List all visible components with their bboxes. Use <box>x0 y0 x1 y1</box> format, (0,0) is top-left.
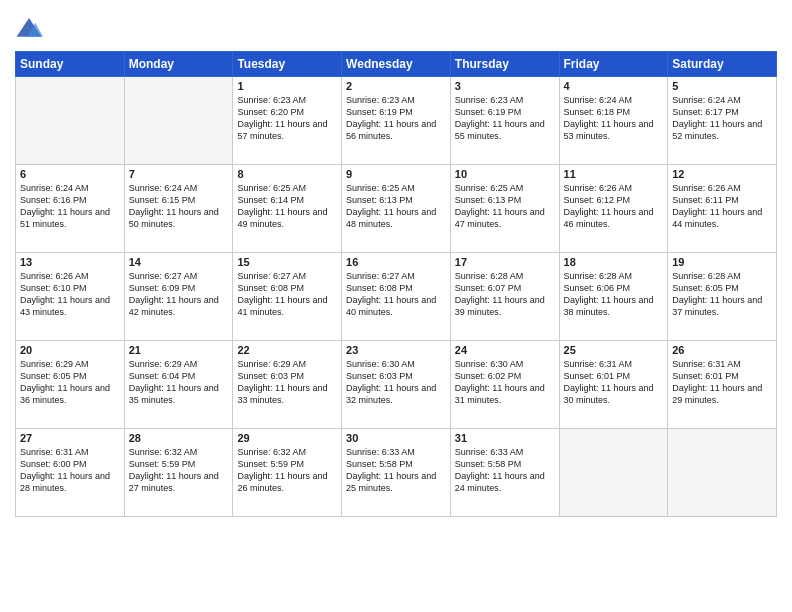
calendar-cell: 25Sunrise: 6:31 AM Sunset: 6:01 PM Dayli… <box>559 341 668 429</box>
day-number: 15 <box>237 256 337 268</box>
calendar-cell: 12Sunrise: 6:26 AM Sunset: 6:11 PM Dayli… <box>668 165 777 253</box>
cell-info: Sunrise: 6:32 AM Sunset: 5:59 PM Dayligh… <box>237 446 337 495</box>
calendar-cell: 30Sunrise: 6:33 AM Sunset: 5:58 PM Dayli… <box>342 429 451 517</box>
calendar-cell: 19Sunrise: 6:28 AM Sunset: 6:05 PM Dayli… <box>668 253 777 341</box>
calendar-cell: 9Sunrise: 6:25 AM Sunset: 6:13 PM Daylig… <box>342 165 451 253</box>
day-number: 9 <box>346 168 446 180</box>
calendar-cell <box>668 429 777 517</box>
calendar-cell: 11Sunrise: 6:26 AM Sunset: 6:12 PM Dayli… <box>559 165 668 253</box>
calendar-cell: 14Sunrise: 6:27 AM Sunset: 6:09 PM Dayli… <box>124 253 233 341</box>
day-number: 18 <box>564 256 664 268</box>
cell-info: Sunrise: 6:23 AM Sunset: 6:19 PM Dayligh… <box>455 94 555 143</box>
calendar-cell: 13Sunrise: 6:26 AM Sunset: 6:10 PM Dayli… <box>16 253 125 341</box>
cell-info: Sunrise: 6:24 AM Sunset: 6:17 PM Dayligh… <box>672 94 772 143</box>
weekday-header: Friday <box>559 52 668 77</box>
day-number: 13 <box>20 256 120 268</box>
calendar-cell: 29Sunrise: 6:32 AM Sunset: 5:59 PM Dayli… <box>233 429 342 517</box>
cell-info: Sunrise: 6:28 AM Sunset: 6:07 PM Dayligh… <box>455 270 555 319</box>
calendar-week-row: 13Sunrise: 6:26 AM Sunset: 6:10 PM Dayli… <box>16 253 777 341</box>
calendar-cell: 4Sunrise: 6:24 AM Sunset: 6:18 PM Daylig… <box>559 77 668 165</box>
logo <box>15 15 47 43</box>
cell-info: Sunrise: 6:25 AM Sunset: 6:14 PM Dayligh… <box>237 182 337 231</box>
calendar-cell: 28Sunrise: 6:32 AM Sunset: 5:59 PM Dayli… <box>124 429 233 517</box>
calendar-cell: 21Sunrise: 6:29 AM Sunset: 6:04 PM Dayli… <box>124 341 233 429</box>
calendar-cell: 27Sunrise: 6:31 AM Sunset: 6:00 PM Dayli… <box>16 429 125 517</box>
calendar-cell <box>124 77 233 165</box>
day-number: 2 <box>346 80 446 92</box>
calendar-cell: 5Sunrise: 6:24 AM Sunset: 6:17 PM Daylig… <box>668 77 777 165</box>
day-number: 31 <box>455 432 555 444</box>
day-number: 12 <box>672 168 772 180</box>
cell-info: Sunrise: 6:28 AM Sunset: 6:06 PM Dayligh… <box>564 270 664 319</box>
cell-info: Sunrise: 6:24 AM Sunset: 6:15 PM Dayligh… <box>129 182 229 231</box>
day-number: 20 <box>20 344 120 356</box>
cell-info: Sunrise: 6:24 AM Sunset: 6:16 PM Dayligh… <box>20 182 120 231</box>
day-number: 6 <box>20 168 120 180</box>
calendar-cell: 2Sunrise: 6:23 AM Sunset: 6:19 PM Daylig… <box>342 77 451 165</box>
cell-info: Sunrise: 6:23 AM Sunset: 6:20 PM Dayligh… <box>237 94 337 143</box>
day-number: 14 <box>129 256 229 268</box>
day-number: 30 <box>346 432 446 444</box>
cell-info: Sunrise: 6:31 AM Sunset: 6:00 PM Dayligh… <box>20 446 120 495</box>
cell-info: Sunrise: 6:24 AM Sunset: 6:18 PM Dayligh… <box>564 94 664 143</box>
cell-info: Sunrise: 6:25 AM Sunset: 6:13 PM Dayligh… <box>346 182 446 231</box>
page: SundayMondayTuesdayWednesdayThursdayFrid… <box>0 0 792 612</box>
day-number: 4 <box>564 80 664 92</box>
weekday-header: Sunday <box>16 52 125 77</box>
calendar-cell: 22Sunrise: 6:29 AM Sunset: 6:03 PM Dayli… <box>233 341 342 429</box>
day-number: 19 <box>672 256 772 268</box>
day-number: 21 <box>129 344 229 356</box>
calendar: SundayMondayTuesdayWednesdayThursdayFrid… <box>15 51 777 517</box>
day-number: 5 <box>672 80 772 92</box>
cell-info: Sunrise: 6:27 AM Sunset: 6:08 PM Dayligh… <box>346 270 446 319</box>
calendar-cell <box>16 77 125 165</box>
calendar-cell: 7Sunrise: 6:24 AM Sunset: 6:15 PM Daylig… <box>124 165 233 253</box>
calendar-cell: 31Sunrise: 6:33 AM Sunset: 5:58 PM Dayli… <box>450 429 559 517</box>
cell-info: Sunrise: 6:30 AM Sunset: 6:02 PM Dayligh… <box>455 358 555 407</box>
calendar-cell: 18Sunrise: 6:28 AM Sunset: 6:06 PM Dayli… <box>559 253 668 341</box>
calendar-cell: 1Sunrise: 6:23 AM Sunset: 6:20 PM Daylig… <box>233 77 342 165</box>
calendar-cell: 10Sunrise: 6:25 AM Sunset: 6:13 PM Dayli… <box>450 165 559 253</box>
cell-info: Sunrise: 6:27 AM Sunset: 6:08 PM Dayligh… <box>237 270 337 319</box>
weekday-header: Tuesday <box>233 52 342 77</box>
calendar-week-row: 1Sunrise: 6:23 AM Sunset: 6:20 PM Daylig… <box>16 77 777 165</box>
calendar-cell: 26Sunrise: 6:31 AM Sunset: 6:01 PM Dayli… <box>668 341 777 429</box>
cell-info: Sunrise: 6:28 AM Sunset: 6:05 PM Dayligh… <box>672 270 772 319</box>
cell-info: Sunrise: 6:29 AM Sunset: 6:04 PM Dayligh… <box>129 358 229 407</box>
cell-info: Sunrise: 6:26 AM Sunset: 6:12 PM Dayligh… <box>564 182 664 231</box>
cell-info: Sunrise: 6:31 AM Sunset: 6:01 PM Dayligh… <box>672 358 772 407</box>
weekday-header: Saturday <box>668 52 777 77</box>
header <box>15 10 777 43</box>
day-number: 8 <box>237 168 337 180</box>
calendar-header-row: SundayMondayTuesdayWednesdayThursdayFrid… <box>16 52 777 77</box>
calendar-week-row: 27Sunrise: 6:31 AM Sunset: 6:00 PM Dayli… <box>16 429 777 517</box>
calendar-cell: 24Sunrise: 6:30 AM Sunset: 6:02 PM Dayli… <box>450 341 559 429</box>
day-number: 11 <box>564 168 664 180</box>
day-number: 10 <box>455 168 555 180</box>
cell-info: Sunrise: 6:26 AM Sunset: 6:11 PM Dayligh… <box>672 182 772 231</box>
calendar-cell: 15Sunrise: 6:27 AM Sunset: 6:08 PM Dayli… <box>233 253 342 341</box>
calendar-cell: 20Sunrise: 6:29 AM Sunset: 6:05 PM Dayli… <box>16 341 125 429</box>
day-number: 17 <box>455 256 555 268</box>
weekday-header: Monday <box>124 52 233 77</box>
day-number: 1 <box>237 80 337 92</box>
calendar-cell <box>559 429 668 517</box>
day-number: 29 <box>237 432 337 444</box>
day-number: 28 <box>129 432 229 444</box>
cell-info: Sunrise: 6:27 AM Sunset: 6:09 PM Dayligh… <box>129 270 229 319</box>
cell-info: Sunrise: 6:33 AM Sunset: 5:58 PM Dayligh… <box>455 446 555 495</box>
cell-info: Sunrise: 6:32 AM Sunset: 5:59 PM Dayligh… <box>129 446 229 495</box>
cell-info: Sunrise: 6:29 AM Sunset: 6:03 PM Dayligh… <box>237 358 337 407</box>
cell-info: Sunrise: 6:25 AM Sunset: 6:13 PM Dayligh… <box>455 182 555 231</box>
cell-info: Sunrise: 6:26 AM Sunset: 6:10 PM Dayligh… <box>20 270 120 319</box>
weekday-header: Thursday <box>450 52 559 77</box>
day-number: 22 <box>237 344 337 356</box>
day-number: 25 <box>564 344 664 356</box>
cell-info: Sunrise: 6:31 AM Sunset: 6:01 PM Dayligh… <box>564 358 664 407</box>
cell-info: Sunrise: 6:23 AM Sunset: 6:19 PM Dayligh… <box>346 94 446 143</box>
cell-info: Sunrise: 6:33 AM Sunset: 5:58 PM Dayligh… <box>346 446 446 495</box>
calendar-cell: 16Sunrise: 6:27 AM Sunset: 6:08 PM Dayli… <box>342 253 451 341</box>
weekday-header: Wednesday <box>342 52 451 77</box>
cell-info: Sunrise: 6:30 AM Sunset: 6:03 PM Dayligh… <box>346 358 446 407</box>
calendar-week-row: 6Sunrise: 6:24 AM Sunset: 6:16 PM Daylig… <box>16 165 777 253</box>
